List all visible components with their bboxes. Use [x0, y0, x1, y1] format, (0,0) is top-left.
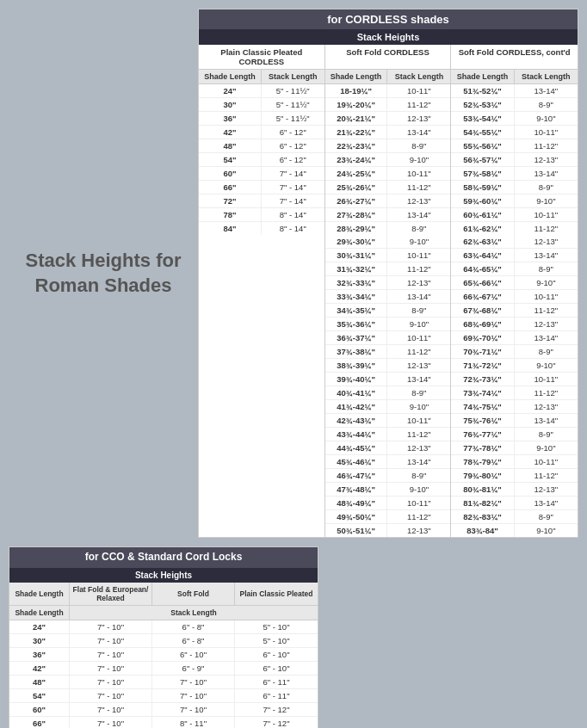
stack-length-cell: 13-14" [387, 126, 450, 139]
shade-length-cell: 79¾-80¼" [451, 469, 514, 482]
soft-fold-contd-col: Shade Length Stack Length 51¾-52¼"13-14"… [451, 70, 578, 537]
stack-length-cell: 8" - 14" [262, 222, 324, 235]
table-row: 66"7" - 14" [199, 181, 324, 194]
stack-length-cell: 6" - 11" [235, 689, 318, 702]
shade-length-cell: 35¾-36¼" [325, 318, 388, 330]
stack-length-cell: 7" - 10" [70, 717, 152, 728]
stack-length-cell: 7" - 14" [262, 181, 324, 194]
stack-length-cell: 10-11" [515, 455, 578, 468]
shade-length-cell: 57¾-58¼" [451, 167, 514, 180]
table-row: 30¾-31¼"10-11" [325, 249, 451, 262]
bottom-section: for CCO & Standard Cord Locks Stack Heig… [9, 546, 578, 728]
stack-length-cell: 13-14" [515, 414, 578, 427]
stack-length-cell: 6" - 12" [262, 153, 324, 166]
table-row: 46¾-47¼"8-9" [325, 469, 451, 483]
cco-data-rows: 24"7" - 10"6" - 8"5" - 10"30"7" - 10"6" … [9, 620, 318, 728]
table-row: 56¾-57¼"12-13" [451, 153, 578, 167]
shade-length-cell: 37¾-38¼" [325, 345, 388, 358]
cco-soft-fold-header: Soft Fold [152, 583, 235, 605]
stack-length-cell: 12-13" [387, 194, 450, 207]
table-row: 23¾-24¼"9-10" [325, 153, 451, 167]
shade-length-cell: 20¾-21¼" [325, 112, 388, 125]
stack-length-cell: 5" - 11½" [262, 112, 324, 125]
stack-length-cell: 7" - 10" [70, 662, 152, 675]
stack-length-cell: 12-13" [387, 524, 450, 537]
table-row: 30"5" - 11½" [199, 98, 324, 112]
table-row: 78"8" - 14" [199, 208, 324, 222]
cordless-container: for CORDLESS shades Stack Heights Plain … [198, 9, 578, 538]
table-row: 72"7" - 14" [199, 194, 324, 208]
stack-length-cell: 8-9" [515, 262, 578, 275]
stack-length-cell: 9-10" [387, 318, 450, 330]
shade-length-cell: 61¾-62¼" [451, 222, 514, 235]
table-row: 19¾-20¼"11-12" [325, 98, 451, 112]
stack-length-cell: 9-10" [515, 112, 578, 125]
shade-length-cell: 36" [9, 648, 70, 661]
table-row: 20¾-21¼"12-13" [325, 112, 451, 126]
cco-shade-length-header: Shade Length [9, 583, 70, 605]
table-row: 45¾-46¼"13-14" [325, 455, 451, 469]
stack-length-cell: 7" - 10" [70, 676, 152, 688]
left-title-text: Stack Heights for Roman Shades [17, 249, 189, 298]
stack-length-cell: 10-11" [387, 414, 450, 427]
plain-shade-length-header: Shade Length [199, 70, 262, 83]
cco-shade-sub: Shade Length [9, 606, 70, 620]
stack-length-cell: 13-14" [515, 84, 578, 97]
table-row: 43¾-44¼"11-12" [325, 428, 451, 441]
stack-length-cell: 10-11" [387, 497, 450, 509]
shade-length-cell: 66" [9, 717, 70, 728]
table-row: 32¾-33¼"12-13" [325, 276, 451, 290]
stack-length-cell: 7" - 10" [152, 703, 235, 716]
soft-fold-contd-rows-top: 51¾-52¼"13-14"52¾-53¼"8-9"53¾-54¼"9-10"5… [451, 84, 578, 235]
stack-length-cell: 13-14" [387, 455, 450, 468]
stack-length-cell: 6" - 8" [152, 634, 235, 647]
plain-classic-rows: 24"5" - 11½"30"5" - 11½"36"5" - 11½"42"6… [199, 84, 324, 235]
table-row: 73¾-74¼"11-12" [451, 386, 578, 400]
table-row: 80¾-81¼"12-13" [451, 483, 578, 497]
table-row: 60¾-61¼"10-11" [451, 208, 578, 222]
table-row: 70¾-71¼"8-9" [451, 345, 578, 359]
shade-length-cell: 50¾-51¼" [325, 524, 388, 537]
col-header-plain: Plain Classic Pleated CORDLESS [199, 45, 325, 69]
shade-length-cell: 56¾-57¼" [451, 153, 514, 166]
stack-length-cell: 13-14" [515, 249, 578, 262]
shade-length-cell: 60" [199, 167, 262, 180]
table-row: 48"6" - 12" [199, 139, 324, 153]
stack-length-cell: 12-13" [387, 276, 450, 289]
table-row: 38¾-39¼"12-13" [325, 359, 451, 373]
table-row: 81¾-82¼"13-14" [451, 497, 578, 510]
cordless-table-section: for CORDLESS shades Stack Heights Plain … [198, 9, 578, 538]
shade-length-cell: 31¾-32¼" [325, 262, 388, 275]
stack-length-cell: 5" - 10" [235, 620, 318, 633]
stack-length-cell: 8-9" [387, 139, 450, 152]
shade-length-cell: 24" [199, 84, 262, 97]
shade-length-cell: 65¾-66¼" [451, 276, 514, 289]
stack-length-cell: 5" - 11½" [262, 98, 324, 111]
table-row: 83¾-84"9-10" [451, 524, 578, 537]
table-row: 36¾-37¼"10-11" [325, 331, 451, 345]
shade-length-cell: 42¾-43¼" [325, 414, 388, 427]
stack-length-cell: 7" - 10" [70, 703, 152, 716]
stack-length-cell: 11-12" [515, 222, 578, 235]
table-row: 74¾-75¼"12-13" [451, 400, 578, 414]
soft-fold-col: Shade Length Stack Length 18-19¼"10-11"1… [325, 70, 452, 537]
shade-length-cell: 53¾-54¼" [451, 112, 514, 125]
shade-length-cell: 68¾-69¼" [451, 318, 514, 330]
stack-length-cell: 6" - 8" [152, 620, 235, 633]
table-row: 41¾-42¼"9-10" [325, 400, 451, 414]
shade-length-cell: 66" [199, 181, 262, 194]
shade-length-cell: 72" [199, 194, 262, 207]
shade-length-cell: 54¾-55¼" [451, 126, 514, 139]
stack-length-cell: 12-13" [387, 112, 450, 125]
table-row: 39¾-40¼"13-14" [325, 373, 451, 386]
table-row: 58¾-59¼"8-9" [451, 181, 578, 194]
table-row: 68¾-69¼"12-13" [451, 318, 578, 331]
table-row: 62¾-63¼"12-13" [451, 235, 578, 249]
table-row: 30"7" - 10"6" - 8"5" - 10" [9, 634, 318, 648]
table-row: 33¾-34¼"13-14" [325, 290, 451, 304]
shade-length-cell: 18-19¼" [325, 84, 388, 97]
table-row: 35¾-36¼"9-10" [325, 318, 451, 331]
table-row: 66"7" - 10"8" - 11"7" - 12" [9, 717, 318, 728]
cordless-title: for CORDLESS shades [199, 9, 578, 29]
stack-length-cell: 11-12" [387, 428, 450, 441]
